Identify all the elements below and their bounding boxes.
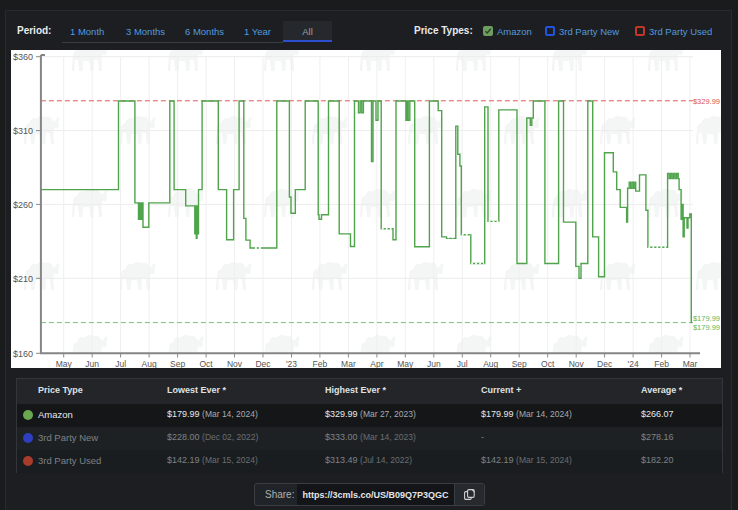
svg-text:Aug: Aug [483, 359, 498, 369]
svg-text:Apr: Apr [370, 359, 383, 369]
svg-text:Nov: Nov [569, 359, 585, 369]
svg-text:Oct: Oct [199, 359, 213, 369]
svg-text:$179.99: $179.99 [693, 314, 720, 323]
svg-text:$210: $210 [13, 274, 33, 284]
svg-text:Sep: Sep [512, 359, 527, 369]
svg-text:Feb: Feb [313, 359, 328, 369]
svg-text:Sep: Sep [170, 359, 185, 369]
svg-text:$260: $260 [13, 200, 33, 210]
svg-text:$160: $160 [13, 349, 33, 359]
svg-text:$310: $310 [13, 126, 33, 136]
svg-text:Mar: Mar [341, 359, 356, 369]
svg-text:Jun: Jun [85, 359, 99, 369]
svg-text:Oct: Oct [541, 359, 555, 369]
svg-text:$179.99: $179.99 [693, 323, 720, 332]
svg-text:Jul: Jul [457, 359, 468, 369]
svg-text:Nov: Nov [227, 359, 243, 369]
svg-text:$360: $360 [13, 52, 33, 62]
svg-text:'23: '23 [286, 359, 297, 369]
svg-text:Jun: Jun [427, 359, 441, 369]
svg-text:$329.99: $329.99 [693, 97, 720, 106]
svg-text:'24: '24 [628, 359, 639, 369]
svg-text:Aug: Aug [142, 359, 157, 369]
svg-text:Feb: Feb [654, 359, 669, 369]
svg-text:May: May [56, 359, 73, 369]
svg-text:Mar: Mar [683, 359, 698, 369]
svg-text:Dec: Dec [255, 359, 271, 369]
svg-text:Dec: Dec [597, 359, 613, 369]
svg-text:May: May [397, 359, 414, 369]
svg-text:Jul: Jul [115, 359, 126, 369]
